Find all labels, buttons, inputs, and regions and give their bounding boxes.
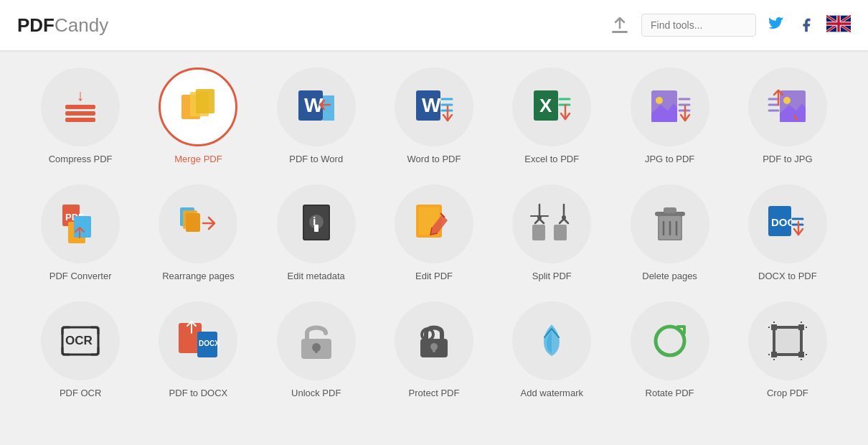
svg-text:OCR: OCR [65,334,93,347]
tool-label-split-pdf: Split PDF [532,271,572,281]
svg-point-22 [656,97,663,104]
twitter-link[interactable] [766,15,786,35]
svg-rect-91 [771,352,777,357]
tool-item-pdf-to-word[interactable]: W pdf to word PDF to Word [258,67,375,164]
svg-rect-0 [612,31,628,33]
tool-item-add-watermark[interactable]: Add watermark [493,301,610,398]
svg-line-49 [564,219,568,223]
svg-rect-57 [664,207,676,213]
svg-rect-92 [798,352,804,357]
tool-circle-pdf-to-word: W pdf to word [277,67,356,146]
tool-item-rotate-pdf[interactable]: Rotate PDF [610,301,728,398]
tool-circle-rearrange-pages [159,184,237,263]
tool-circle-pdf-ocr: OCR [41,301,120,380]
tool-item-protect-pdf[interactable]: Protect PDF [375,301,493,398]
tool-circle-pdf-converter: PDF [41,184,120,263]
tool-circle-excel-to-pdf: X [512,67,591,146]
tool-circle-docx-to-pdf: DOCX [748,184,827,263]
tool-item-docx-to-pdf[interactable]: DOCX DOCX to PDF [729,184,846,281]
tool-circle-word-to-pdf: W [395,67,473,146]
svg-line-48 [560,219,564,223]
tool-label-compress-pdf: Compress PDF [49,154,113,164]
svg-rect-5 [65,118,95,122]
tool-item-split-pdf[interactable]: Split PDF [493,184,610,281]
svg-rect-88 [775,329,800,353]
tool-item-edit-pdf[interactable]: Edit PDF [375,184,493,281]
svg-rect-38 [314,225,319,232]
tool-item-edit-metadata[interactable]: i Edit metadata [258,184,375,281]
tool-circle-edit-pdf [395,184,473,263]
tool-item-delete-pages[interactable]: Delete pages [610,184,728,281]
svg-point-25 [783,97,791,104]
tool-circle-unlock-pdf [277,301,356,380]
tool-label-crop-pdf: Crop PDF [767,388,808,398]
tool-label-pdf-converter: PDF Converter [49,271,112,281]
tool-label-merge-pdf: Merge PDF [174,154,222,164]
tools-grid: ↓ Compress PDF merge Merge PDF W pdf to … [22,67,846,398]
facebook-link[interactable] [796,15,816,35]
svg-rect-8 [196,89,214,113]
logo-candy: Candy [55,14,108,37]
tool-circle-merge-pdf: merge [159,67,237,146]
search-input[interactable] [641,14,756,37]
language-selector[interactable] [826,15,851,35]
tool-circle-crop-pdf [748,301,827,380]
tool-circle-protect-pdf [395,301,473,380]
svg-point-82 [656,327,684,355]
tool-item-compress-pdf[interactable]: ↓ Compress PDF [22,67,139,164]
tool-item-merge-pdf[interactable]: merge Merge PDF [139,67,257,164]
tool-item-unlock-pdf[interactable]: Unlock PDF [258,301,375,398]
tool-label-pdf-ocr: PDF OCR [60,388,102,398]
logo[interactable]: PDF Candy [17,14,108,37]
svg-point-50 [562,215,566,220]
tool-item-word-to-pdf[interactable]: W Word to PDF [375,67,493,164]
tool-item-rearrange-pages[interactable]: Rearrange pages [139,184,257,281]
tool-circle-pdf-to-docx: DOCX [159,301,237,380]
svg-rect-3 [65,105,95,109]
svg-marker-12 [323,95,334,121]
header: PDF Candy [0,0,868,50]
tool-item-crop-pdf[interactable]: Crop PDF [729,301,846,398]
svg-text:↓: ↓ [77,86,85,104]
tool-label-word-to-pdf: Word to PDF [407,154,461,164]
tool-label-excel-to-pdf: Excel to PDF [524,154,579,164]
tool-item-pdf-ocr[interactable]: OCR PDF OCR [22,301,139,398]
tool-label-pdf-to-docx: PDF to DOCX [169,388,228,398]
svg-text:DOCX: DOCX [199,339,220,347]
upload-button[interactable] [608,14,631,37]
svg-rect-90 [798,324,804,330]
tool-circle-jpg-to-pdf [631,67,709,146]
tool-circle-add-watermark [512,301,591,380]
tool-label-pdf-to-jpg: PDF to JPG [763,154,812,164]
header-actions [608,14,851,37]
tool-circle-rotate-pdf [631,301,709,380]
svg-rect-30 [74,216,91,238]
main-content: ↓ Compress PDF merge Merge PDF W pdf to … [0,50,868,416]
tool-circle-pdf-to-jpg [748,67,827,146]
tool-label-unlock-pdf: Unlock PDF [291,388,341,398]
tool-item-pdf-to-docx[interactable]: DOCX PDF to DOCX [139,301,257,398]
tool-label-jpg-to-pdf: JPG to PDF [645,154,694,164]
tool-label-edit-pdf: Edit PDF [415,271,453,281]
tool-label-pdf-to-word: PDF to Word [289,154,343,164]
tool-item-pdf-to-jpg[interactable]: PDF to JPG [729,67,846,164]
logo-pdf: PDF [17,14,55,37]
tool-circle-edit-metadata: i [277,184,356,263]
svg-text:W: W [422,94,441,116]
tool-label-add-watermark: Add watermark [521,388,583,398]
tool-circle-delete-pages [631,184,709,263]
svg-rect-77 [315,347,318,353]
tool-circle-compress-pdf: ↓ [41,67,120,146]
svg-rect-81 [433,347,435,352]
svg-rect-89 [771,324,777,330]
tool-item-pdf-converter[interactable]: PDF PDF Converter [22,184,139,281]
tool-item-excel-to-pdf[interactable]: X Excel to PDF [493,67,610,164]
tool-item-jpg-to-pdf[interactable]: JPG to PDF [610,67,728,164]
tool-label-protect-pdf: Protect PDF [409,388,460,398]
tool-label-delete-pages: Delete pages [642,271,697,281]
svg-line-42 [535,219,539,223]
tool-circle-split-pdf [512,184,591,263]
svg-rect-46 [554,225,567,240]
tool-label-rotate-pdf: Rotate PDF [646,388,694,398]
svg-text:X: X [539,95,552,116]
